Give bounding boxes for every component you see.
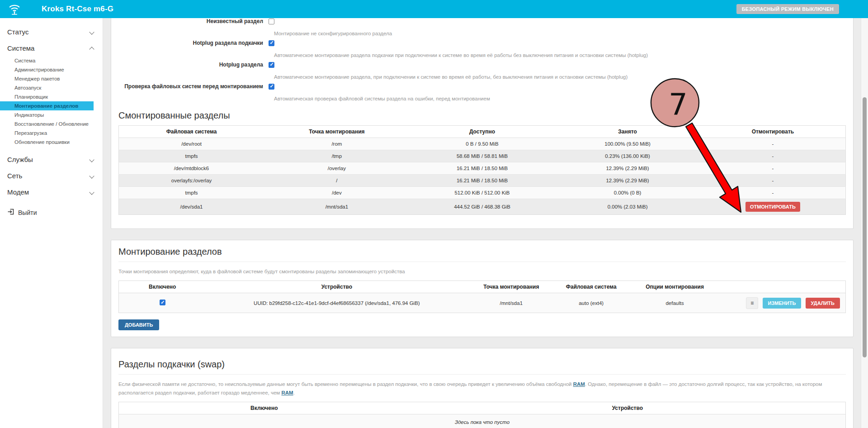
column-header: Доступно (410, 126, 555, 138)
table-row: /dev/root /rom 0 B / 9.50 MiB 100.00% (9… (119, 138, 846, 150)
sidebar-item-label: Менеджер пакетов (14, 76, 60, 81)
chevron-down-icon (90, 190, 94, 194)
add-button[interactable]: ДОБАВИТЬ (118, 319, 159, 330)
sidebar-item-label: Администрирование (14, 67, 64, 72)
divider (118, 374, 846, 375)
sidebar-item-package-manager[interactable]: Менеджер пакетов (0, 74, 103, 83)
sidebar-item-network[interactable]: Сеть (0, 169, 103, 182)
table-row: overlayfs:/overlay / 16.21 MiB / 18.50 M… (119, 175, 846, 187)
hotplug-swap-checkbox[interactable] (269, 40, 274, 46)
sidebar-item-system[interactable]: Система (0, 42, 103, 54)
field-description: Автоматическое монтирование раздела, при… (274, 73, 846, 81)
cell-enabled (119, 293, 206, 313)
column-header: Отмонтировать (700, 126, 846, 138)
sidebar-item-label: Сеть (7, 172, 22, 180)
system-submenu: Система Администрирование Менеджер пакет… (0, 54, 103, 149)
column-header: Файловая система (555, 281, 627, 293)
field-description: Автоматическая проверка файловой системы… (274, 95, 846, 102)
column-header: Устройство (206, 281, 467, 293)
sidebar-item-autostart[interactable]: Автозапуск (0, 83, 103, 92)
sidebar-item-administration[interactable]: Администрирование (0, 65, 103, 74)
scrollbar-thumb[interactable] (863, 97, 867, 357)
column-header (722, 281, 845, 293)
sidebar-item-reboot[interactable]: Перезагрузка (0, 128, 103, 138)
logout-icon (7, 208, 14, 217)
mounted-partitions-title: Смонтированные разделы (118, 110, 846, 121)
unknown-partition-checkbox[interactable] (269, 19, 274, 24)
cell-actions: ≡ ИЗМЕНИТЬ УДАЛИТЬ (722, 293, 845, 313)
swap-desc-text: . (293, 390, 295, 395)
sidebar-item-services[interactable]: Службы (0, 153, 103, 166)
sidebar-item-indicators[interactable]: Индикаторы (0, 110, 103, 119)
chevron-down-icon (90, 29, 94, 34)
row-menu-button[interactable]: ≡ (746, 297, 758, 309)
table-header-row: Файловая система Точка монтирования Дост… (119, 126, 846, 138)
safe-mode-badge[interactable]: БЕЗОПАСНЫЙ РЕЖИМ ВЫКЛЮЧЕН (736, 4, 839, 14)
cell-mount-point: / (264, 175, 410, 187)
cell-filesystem: tmpfs (119, 187, 264, 199)
form-row-unknown-partition: Неизвестный раздел Монтирование не сконф… (118, 18, 846, 37)
column-header: Включено (119, 281, 206, 293)
swap-card: Разделы подкачки (swap) Если физической … (111, 348, 854, 428)
sidebar-item-label: Система (7, 44, 34, 52)
cell-available: 16.21 MiB / 18.50 MiB (410, 175, 555, 187)
mounted-partitions-card: Неизвестный раздел Монтирование не сконф… (111, 18, 854, 229)
hotplug-partition-checkbox[interactable] (269, 62, 274, 68)
cell-used: 0.00% (2.03 MiB) (555, 199, 700, 215)
cell-filesystem: auto (ext4) (555, 293, 627, 313)
cell-unmount: - (700, 138, 846, 150)
sidebar-item-status[interactable]: Статус (0, 25, 103, 38)
column-header: Занято (555, 126, 700, 138)
field-description: Монтирование не сконфигурированного разд… (274, 30, 846, 37)
fsck-checkbox[interactable] (269, 84, 274, 90)
mounted-partitions-table: Файловая система Точка монтирования Дост… (118, 125, 846, 215)
cell-mount-point: /mnt/sda1 (467, 293, 555, 313)
page-title: Kroks Rt-Cse m6-G (42, 5, 113, 14)
sidebar-item-system-general[interactable]: Система (0, 56, 103, 65)
main-content: Неизвестный раздел Монтирование не сконф… (104, 18, 861, 428)
cell-mount-point: /overlay (264, 162, 410, 175)
table-row: /dev/mtdblock6 /overlay 16.21 MiB / 18.5… (119, 162, 846, 175)
swap-title: Разделы подкачки (swap) (118, 359, 846, 370)
cell-filesystem: tmpfs (119, 150, 264, 162)
vertical-scrollbar (861, 18, 868, 428)
cell-used: 12.39% (2.29 MiB) (555, 175, 700, 187)
sidebar-item-label: Индикаторы (14, 112, 44, 118)
ram-link[interactable]: RAM (573, 381, 585, 387)
wifi-antenna-icon (7, 0, 22, 18)
mount-enabled-checkbox[interactable] (160, 300, 165, 305)
cell-used: 0.00% (0 B) (555, 187, 700, 199)
table-row: tmpfs /dev 512.00 KiB / 512.00 KiB 0.00%… (119, 187, 846, 199)
cell-mount-point: /rom (264, 138, 410, 150)
column-header: Устройство (410, 402, 846, 414)
mounting-description: Точки монтирования определяют, куда в фа… (118, 267, 846, 276)
delete-button[interactable]: УДАЛИТЬ (806, 298, 840, 309)
ram-link[interactable]: RAM (281, 390, 293, 395)
field-label: Проверка файловых систем перед монтирова… (118, 83, 263, 90)
field-label: Hotplug раздела подкачки (118, 40, 263, 46)
empty-row: Здесь пока что пусто (119, 414, 846, 428)
sidebar-item-recovery-update[interactable]: Восстановление / Обновление (0, 119, 103, 128)
form-row-fsck: Проверка файловых систем перед монтирова… (118, 81, 846, 102)
sidebar-item-label: Автозапуск (14, 85, 41, 90)
table-header-row: Включено Устройство (119, 402, 846, 414)
sidebar-item-firmware-update[interactable]: Обновление прошивки (0, 138, 103, 147)
cell-filesystem: overlayfs:/overlay (119, 175, 264, 187)
cell-mount-options: defaults (627, 293, 722, 313)
cell-filesystem: /dev/root (119, 138, 264, 150)
cell-used: 12.39% (2.29 MiB) (555, 162, 700, 175)
sidebar-item-label: Система (14, 58, 35, 63)
logout-button[interactable]: Выйти (0, 208, 103, 217)
cell-unmount: - (700, 162, 846, 175)
column-header: Файловая система (119, 126, 264, 138)
mounting-config-card: Монтирование разделов Точки монтирования… (111, 240, 854, 337)
sidebar-item-scheduler[interactable]: Планировщик (0, 92, 103, 101)
edit-button[interactable]: ИЗМЕНИТЬ (763, 298, 802, 309)
sidebar: Статус Система Система Администрирование… (0, 18, 103, 428)
unmount-button[interactable]: ОТМОНТИРОВАТЬ (745, 202, 800, 212)
mounting-title: Монтирование разделов (118, 247, 846, 257)
sidebar-item-label: Перезагрузка (14, 130, 47, 136)
field-description: Автоматическое монтирование раздела подк… (274, 52, 846, 59)
sidebar-item-mount-partitions[interactable]: Монтирование разделов (0, 101, 94, 110)
sidebar-item-modem[interactable]: Модем (0, 185, 103, 198)
